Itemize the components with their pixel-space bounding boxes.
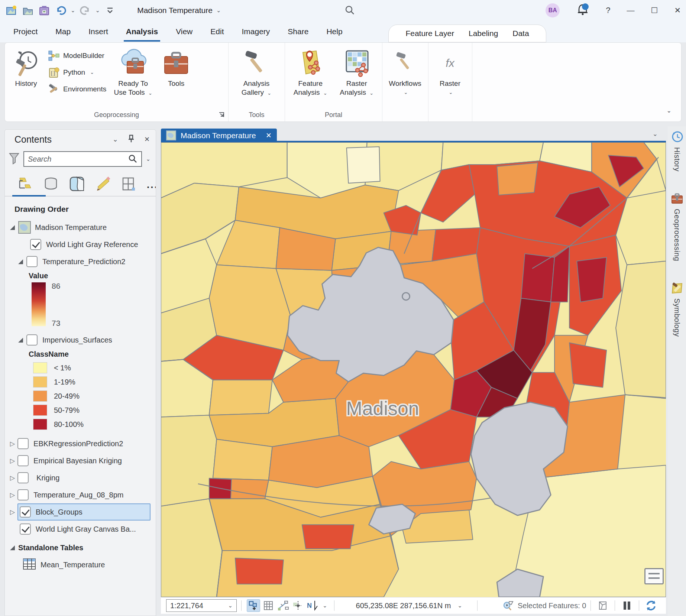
layer-row-block-groups[interactable]: Block_Groups xyxy=(17,503,151,521)
selected-features-status[interactable]: Selected Features: 0 xyxy=(503,600,586,611)
pause-drawing-icon[interactable] xyxy=(620,599,634,612)
layer-checkbox[interactable] xyxy=(26,334,38,346)
list-by-data-source-icon[interactable] xyxy=(43,176,59,194)
pin-icon[interactable] xyxy=(128,134,135,145)
expander-open-icon[interactable] xyxy=(10,545,15,550)
more-options-icon[interactable]: ... xyxy=(147,179,156,191)
north-dropdown-icon[interactable]: ⌄ xyxy=(323,602,327,609)
tab-project[interactable]: Project xyxy=(4,21,46,42)
contents-search-input[interactable]: Search xyxy=(23,151,142,167)
grid-tool-icon[interactable] xyxy=(262,599,275,612)
layer-row-world-light-gray-canvas[interactable]: World Light Gray Canvas Ba... xyxy=(10,521,153,538)
expander-closed-icon[interactable]: ▷ xyxy=(10,457,15,465)
tab-map[interactable]: Map xyxy=(46,21,80,42)
python-dropdown-icon[interactable]: ⌄ xyxy=(90,69,94,75)
expander-closed-icon[interactable]: ▷ xyxy=(10,491,15,499)
undo-icon[interactable] xyxy=(54,4,67,17)
tools-button[interactable]: Tools xyxy=(157,46,195,88)
tab-edit[interactable]: Edit xyxy=(201,21,233,42)
analysis-gallery-button[interactable]: Analysis Gallery ⌄ xyxy=(231,46,282,98)
analysis-gallery-dropdown-icon[interactable]: ⌄ xyxy=(267,90,271,96)
tab-history-pane[interactable]: History xyxy=(668,126,686,172)
undo-dropdown-icon[interactable]: ⌄ xyxy=(71,7,75,14)
pane-menu-chevron-icon[interactable]: ⌄ xyxy=(113,135,118,143)
layer-checkbox[interactable] xyxy=(30,239,41,250)
list-by-editing-icon[interactable] xyxy=(95,176,111,194)
layer-row-kriging[interactable]: ▷ Kriging xyxy=(10,469,153,486)
list-by-selection-icon[interactable] xyxy=(69,176,85,194)
select-features-tool-icon[interactable] xyxy=(247,599,260,612)
layer-row-madison-temperature[interactable]: Madison Temperature xyxy=(10,219,153,236)
layer-row-empirical-bayesian-kriging[interactable]: ▷ Empirical Bayesian Kriging xyxy=(10,452,153,469)
workflows-button[interactable]: Workflows ⌄ xyxy=(385,46,425,97)
filter-icon[interactable] xyxy=(9,152,20,166)
map-extent-icon[interactable] xyxy=(596,599,609,612)
scale-select[interactable]: 1:221,764 ⌄ xyxy=(166,599,237,612)
standalone-tables-heading[interactable]: Standalone Tables xyxy=(10,539,153,556)
redo-dropdown-icon[interactable]: ⌄ xyxy=(96,7,100,14)
close-button[interactable]: ✕ xyxy=(674,6,681,15)
raster-analysis-dropdown-icon[interactable]: ⌄ xyxy=(369,90,373,96)
ready-tools-dropdown-icon[interactable]: ⌄ xyxy=(148,90,152,96)
layer-row-temperature-aug-08-8pm[interactable]: ▷ Temperature_Aug_08_8pm xyxy=(10,486,153,503)
customize-toolbar-icon[interactable] xyxy=(104,4,116,17)
feature-analysis-dropdown-icon[interactable]: ⌄ xyxy=(323,90,327,96)
tab-imagery[interactable]: Imagery xyxy=(233,21,279,42)
measure-tool-icon[interactable] xyxy=(276,599,290,612)
tab-share[interactable]: Share xyxy=(279,21,317,42)
user-avatar[interactable]: BA xyxy=(546,3,560,17)
layer-checkbox[interactable] xyxy=(17,455,29,466)
refresh-icon[interactable] xyxy=(644,599,658,612)
table-row-mean-temperature[interactable]: Mean_Temperature xyxy=(10,556,153,573)
minimize-button[interactable]: — xyxy=(627,6,635,15)
close-tab-icon[interactable]: ✕ xyxy=(266,131,272,140)
map-canvas[interactable]: Madison xyxy=(161,142,666,597)
layer-row-impervious-surfaces[interactable]: Impervious_Surfaces xyxy=(10,331,153,348)
geoprocessing-launcher-icon[interactable] xyxy=(218,111,225,120)
tab-data[interactable]: Data xyxy=(512,29,529,38)
layer-row-ebkregressionprediction2[interactable]: ▷ EBKRegressionPrediction2 xyxy=(10,435,153,452)
close-pane-icon[interactable]: ✕ xyxy=(144,135,150,143)
ready-to-use-tools-button[interactable]: Ready To Use Tools ⌄ xyxy=(109,46,157,98)
view-options-chevron-icon[interactable]: ⌄ xyxy=(653,130,658,138)
layer-checkbox[interactable] xyxy=(20,523,31,535)
raster-functions-dropdown-icon[interactable]: ⌄ xyxy=(449,88,453,97)
layer-row-temperature-prediction2[interactable]: Temperature_Prediction2 xyxy=(10,253,153,270)
tab-geoprocessing-pane[interactable]: Geoprocessing xyxy=(668,189,686,261)
expander-closed-icon[interactable]: ▷ xyxy=(10,508,15,516)
tab-symbology-pane[interactable]: Symbology xyxy=(668,278,686,337)
map-view-tab[interactable]: Madison Temperature ✕ xyxy=(161,129,277,142)
search-options-chevron-icon[interactable]: ⌄ xyxy=(146,156,151,162)
search-icon[interactable] xyxy=(128,154,137,164)
expander-open-icon[interactable] xyxy=(18,259,23,264)
help-icon[interactable]: ? xyxy=(606,6,610,15)
save-project-icon[interactable] xyxy=(38,4,51,17)
north-arrow-icon[interactable]: N xyxy=(306,599,320,612)
layer-checkbox[interactable] xyxy=(17,489,29,500)
map-tip-icon[interactable] xyxy=(644,568,664,584)
project-title[interactable]: Madison Temperature⌄ xyxy=(137,6,221,15)
layer-checkbox[interactable] xyxy=(17,438,29,449)
snapping-tool-icon[interactable] xyxy=(291,599,305,612)
layer-checkbox[interactable] xyxy=(26,256,38,267)
open-project-icon[interactable] xyxy=(22,4,34,17)
expander-open-icon[interactable] xyxy=(18,338,23,343)
expander-open-icon[interactable] xyxy=(10,225,15,230)
expander-closed-icon[interactable]: ▷ xyxy=(10,440,15,448)
layer-checkbox[interactable] xyxy=(20,506,31,518)
layer-row-world-light-gray-reference[interactable]: World Light Gray Reference xyxy=(10,236,153,253)
search-icon[interactable] xyxy=(344,4,356,18)
raster-analysis-button[interactable]: Raster Analysis ⌄ xyxy=(334,46,380,98)
coords-dropdown-icon[interactable]: ⌄ xyxy=(457,602,462,609)
layer-checkbox[interactable] xyxy=(17,472,29,483)
tab-view[interactable]: View xyxy=(167,21,201,42)
collapse-ribbon-icon[interactable]: ⌄ xyxy=(667,107,672,114)
maximize-button[interactable]: ☐ xyxy=(651,6,658,15)
workflows-dropdown-icon[interactable]: ⌄ xyxy=(404,88,408,97)
history-button[interactable]: History xyxy=(7,46,45,88)
modelbuilder-button[interactable]: ModelBuilder xyxy=(48,47,106,64)
tab-labeling[interactable]: Labeling xyxy=(469,29,498,38)
raster-functions-button[interactable]: fx Raster ⌄ xyxy=(431,46,469,97)
scale-dropdown-icon[interactable]: ⌄ xyxy=(228,602,233,609)
redo-icon[interactable] xyxy=(79,4,92,17)
